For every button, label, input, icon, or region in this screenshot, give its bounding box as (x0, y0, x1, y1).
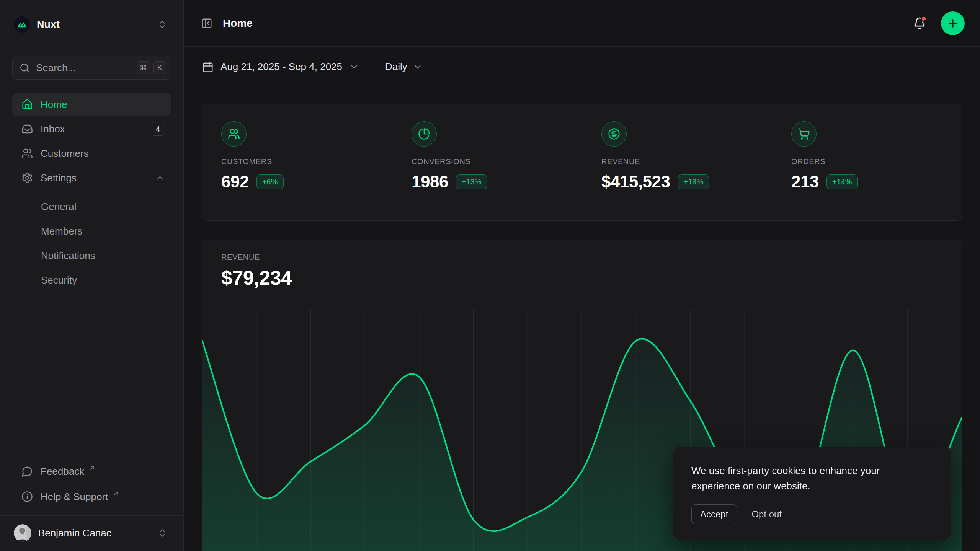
stat-delta-badge: +18% (678, 174, 709, 189)
cookie-actions: Accept Opt out (691, 504, 933, 524)
main-panel: Home Aug 21, 2025 - Sep 4, 2025 Daily (184, 0, 980, 551)
avatar (14, 524, 31, 542)
workspace-switcher[interactable]: Nuxt (12, 11, 171, 38)
sidebar-item-label: Settings (41, 172, 147, 184)
granularity-value: Daily (385, 61, 407, 73)
sidebar-user-section: Benjamin Canac (0, 515, 183, 551)
accept-cookies-button[interactable]: Accept (691, 504, 737, 524)
sidebar: Nuxt ⌘ K Home Inbox 4 Customers Settings (0, 0, 184, 551)
workspace-name: Nuxt (37, 19, 150, 31)
stat-delta-badge: +14% (826, 174, 858, 189)
sidebar-item-settings[interactable]: Settings (12, 167, 171, 189)
notifications-button[interactable] (911, 15, 928, 32)
sidebar-subitem-general[interactable]: General (28, 195, 171, 218)
inbox-count-badge: 4 (151, 122, 165, 136)
revenue-chart-value: $79,234 (221, 266, 962, 289)
feedback-label: Feedback (41, 466, 84, 478)
users-stat-icon (221, 121, 247, 147)
revenue-chart-header: REVENUE $79,234 (202, 240, 962, 289)
sidebar-subitem-members[interactable]: Members (28, 220, 171, 243)
users-icon (21, 148, 33, 159)
stat-orders[interactable]: ORDERS 213 +14% (772, 104, 962, 220)
kbd-k: K (153, 61, 166, 74)
home-icon (21, 99, 33, 110)
sidebar-subitem-security[interactable]: Security (28, 269, 171, 292)
circle-dollar-stat-icon (601, 121, 627, 147)
panel-left-close-icon (201, 18, 212, 29)
add-button[interactable] (941, 11, 965, 35)
stat-value: 213 (791, 172, 819, 191)
search-icon (20, 63, 30, 73)
sidebar-spacer (12, 292, 171, 460)
help-support-link[interactable]: Help & Support (12, 485, 171, 509)
chevron-down-icon (349, 62, 359, 72)
external-link-arrow-icon (113, 490, 119, 497)
sidebar-item-home[interactable]: Home (12, 93, 171, 116)
page-title: Home (223, 17, 903, 29)
kbd-meta: ⌘ (137, 61, 150, 74)
settings-subnav: General Members Notifications Security (28, 195, 171, 292)
sidebar-item-label: Home (41, 99, 165, 111)
stat-label: ORDERS (791, 157, 946, 166)
sidebar-nav: Home Inbox 4 Customers Settings General … (12, 93, 171, 292)
info-circle-icon (21, 491, 33, 502)
calendar-icon (202, 61, 214, 73)
stat-label: REVENUE (601, 157, 756, 166)
collapse-sidebar-button[interactable] (199, 16, 214, 31)
sidebar-footer-links: Feedback Help & Support (12, 460, 171, 515)
help-support-label: Help & Support (41, 491, 108, 503)
stat-label: CUSTOMERS (221, 157, 377, 166)
sidebar-item-customers[interactable]: Customers (12, 142, 171, 165)
nuxt-logo-icon (14, 16, 30, 33)
chevrons-up-down-icon (157, 528, 167, 538)
sidebar-subitem-notifications[interactable]: Notifications (28, 244, 171, 267)
header-actions (911, 11, 965, 35)
search-input[interactable] (36, 62, 131, 74)
filters-toolbar: Aug 21, 2025 - Sep 4, 2025 Daily (184, 47, 980, 87)
revenue-chart-label: REVENUE (221, 253, 962, 262)
stat-conversions[interactable]: CONVERSIONS 1986 +13% (392, 104, 582, 220)
stat-value: 692 (221, 172, 249, 191)
sidebar-item-label: Inbox (41, 123, 143, 135)
stat-customers[interactable]: CUSTOMERS 692 +6% (202, 104, 392, 220)
stat-delta-badge: +6% (256, 174, 284, 189)
stats-row: CUSTOMERS 692 +6% CONVERSIONS 1986 +13% (202, 104, 962, 221)
shopping-cart-stat-icon (791, 121, 817, 147)
chevron-up-icon (155, 173, 165, 183)
search-input-wrap[interactable]: ⌘ K (12, 56, 171, 80)
sidebar-item-inbox[interactable]: Inbox 4 (12, 118, 171, 140)
stat-value: 1986 (412, 172, 448, 191)
stat-revenue[interactable]: REVENUE $415,523 +18% (582, 104, 772, 220)
inbox-icon (21, 123, 33, 135)
message-circle-icon (21, 466, 33, 477)
gear-icon (21, 172, 33, 184)
plus-icon (947, 17, 959, 29)
chevron-down-icon (413, 62, 423, 72)
date-range-value: Aug 21, 2025 - Sep 4, 2025 (220, 61, 342, 73)
stat-delta-badge: +13% (456, 174, 487, 189)
sidebar-item-label: Customers (41, 148, 165, 160)
feedback-link[interactable]: Feedback (12, 460, 171, 483)
external-link-arrow-icon (89, 465, 95, 471)
chevrons-up-down-icon (157, 20, 167, 29)
cookie-message: We use first-party cookies to enhance yo… (691, 463, 921, 494)
optout-cookies-button[interactable]: Opt out (751, 505, 782, 524)
page-header: Home (184, 0, 980, 47)
date-range-picker[interactable]: Aug 21, 2025 - Sep 4, 2025 (199, 57, 364, 77)
user-menu[interactable]: Benjamin Canac (12, 521, 171, 545)
notification-dot (921, 16, 927, 22)
granularity-select[interactable]: Daily (380, 57, 428, 77)
stat-label: CONVERSIONS (412, 157, 567, 166)
stat-value: $415,523 (601, 172, 670, 191)
cookie-banner: We use first-party cookies to enhance yo… (673, 447, 951, 540)
user-name: Benjamin Canac (38, 527, 150, 539)
search-shortcut: ⌘ K (137, 61, 166, 74)
pie-chart-stat-icon (412, 121, 437, 147)
